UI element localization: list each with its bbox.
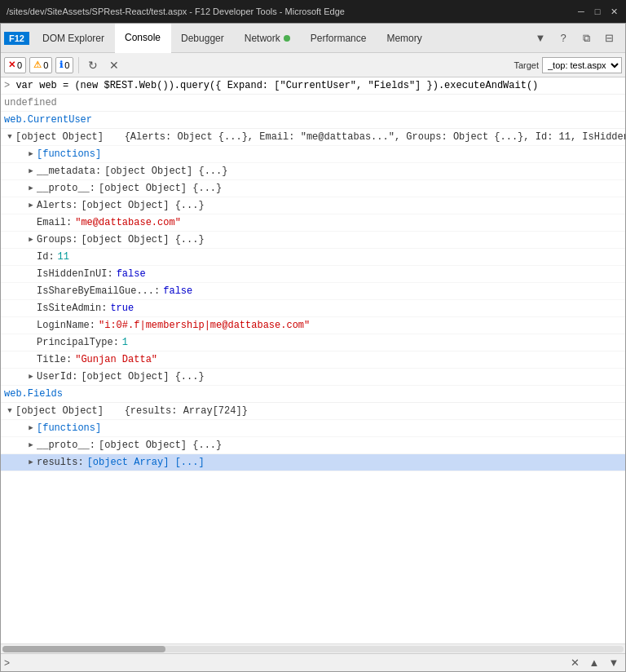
scrollbar-track[interactable] xyxy=(2,646,624,652)
id-value: 11 xyxy=(58,250,69,264)
object2-proto[interactable]: ▶ __proto__ : [object Object] {...} xyxy=(1,437,625,454)
console-bottom-icons: ✕ ▲ ▼ xyxy=(566,655,622,671)
info-filter-button[interactable]: ℹ 0 xyxy=(55,57,73,73)
object1-metadata[interactable]: ▶ __metadata : [object Object] {...} xyxy=(1,163,625,180)
object2-functions[interactable]: ▶ [functions] xyxy=(1,420,625,437)
clear-console-button[interactable]: ✕ xyxy=(105,56,123,74)
obj2-proto-value: [object Object] {...} xyxy=(99,438,222,453)
title-key: Title xyxy=(37,352,66,367)
code-input-line: > var web = (new $REST.Web()).query({ Ex… xyxy=(1,77,625,95)
undefined-output: undefined xyxy=(1,95,625,112)
isshare-key: IsShareByEmailGue... xyxy=(37,284,154,298)
object1-loginname: LoginName : "i:0#.f|membership|me@dattab… xyxy=(1,317,625,334)
maximize-button[interactable]: □ xyxy=(592,6,603,17)
close-devtools-icon[interactable]: ⊟ xyxy=(599,29,619,48)
object1-id: Id : 11 xyxy=(1,249,625,266)
tab-network[interactable]: Network xyxy=(235,24,301,53)
metadata-key: __metadata xyxy=(37,164,95,179)
devtools-window: F12 DOM Explorer Console Debugger Networ… xyxy=(0,23,626,672)
isshare-value: false xyxy=(163,284,192,298)
object1-userid[interactable]: ▶ UserId : [object Object] {...} xyxy=(1,369,625,386)
object1-key: [object Object] xyxy=(15,130,104,144)
groups-value: [object Object] {...} xyxy=(81,232,204,247)
email-key: Email xyxy=(37,215,66,230)
issiteadmin-key: IsSiteAdmin xyxy=(37,301,101,316)
object1-title: Title : "Gunjan Datta" xyxy=(1,351,625,369)
obj2-proto-key: __proto__ xyxy=(37,438,90,453)
object1-root[interactable]: ▼ [object Object] {Alerts: Object {...},… xyxy=(1,129,625,146)
ishidden-key: IsHiddenInUI xyxy=(37,267,107,281)
console-input-bar: > ✕ ▲ ▼ xyxy=(1,653,625,671)
top-nav: F12 DOM Explorer Console Debugger Networ… xyxy=(1,24,625,53)
undock-icon[interactable]: ⧉ xyxy=(576,29,596,48)
console-output: > var web = (new $REST.Web()).query({ Ex… xyxy=(1,77,625,643)
console-input[interactable] xyxy=(13,657,566,669)
groups-toggle[interactable]: ▶ xyxy=(25,232,37,247)
object1-value: {Alerts: Object {...}, Email: "me@dattab… xyxy=(125,130,625,144)
error-filter-button[interactable]: ✕ 0 xyxy=(4,57,26,73)
obj2-proto-toggle[interactable]: ▶ xyxy=(25,438,37,453)
proto1-key: __proto__ xyxy=(37,181,90,196)
object2-root[interactable]: ▼ [object Object] {results: Array[724]} xyxy=(1,403,625,420)
alerts-toggle[interactable]: ▶ xyxy=(25,198,37,213)
results-value: [object Array] [...] xyxy=(87,455,205,470)
metadata-value: [object Object] {...} xyxy=(104,164,227,179)
minimize-button[interactable]: ─ xyxy=(575,6,587,17)
tab-debugger[interactable]: Debugger xyxy=(171,24,235,53)
more-tools-icon[interactable]: ▼ xyxy=(531,29,550,48)
object1-ishidden: IsHiddenInUI : false xyxy=(1,266,625,283)
target-label: Target xyxy=(514,60,539,70)
refresh-button[interactable]: ↻ xyxy=(84,56,102,74)
window-controls[interactable]: ─ □ ✕ xyxy=(575,6,619,17)
object1-principaltype: PrincipalType : 1 xyxy=(1,334,625,351)
object2-value: {results: Array[724]} xyxy=(125,404,248,418)
principaltype-key: PrincipalType xyxy=(37,335,113,350)
obj2-functions-key[interactable]: [functions] xyxy=(37,421,101,435)
console-input-area: > xyxy=(4,657,566,669)
object1-collapse-toggle[interactable]: ▼ xyxy=(4,130,15,144)
history-up-icon[interactable]: ▲ xyxy=(586,655,602,671)
functions-key[interactable]: [functions] xyxy=(37,147,101,161)
horizontal-scrollbar[interactable] xyxy=(1,643,625,653)
object1-proto[interactable]: ▶ __proto__ : [object Object] {...} xyxy=(1,180,625,197)
help-icon[interactable]: ? xyxy=(553,29,573,48)
obj2-functions-toggle[interactable]: ▶ xyxy=(25,421,37,435)
tab-memory[interactable]: Memory xyxy=(377,24,432,53)
close-button[interactable]: ✕ xyxy=(608,6,619,17)
results-toggle[interactable]: ▶ xyxy=(25,455,37,470)
warning-filter-button[interactable]: ⚠ 0 xyxy=(29,57,52,73)
object2-results[interactable]: ▶ results : [object Array] [...] xyxy=(1,454,625,471)
alerts-value: [object Object] {...} xyxy=(81,198,204,213)
scrollbar-thumb[interactable] xyxy=(2,646,165,652)
issiteadmin-value: true xyxy=(110,301,134,316)
object1-functions[interactable]: ▶ [functions] xyxy=(1,146,625,163)
metadata-toggle[interactable]: ▶ xyxy=(25,164,37,179)
clear-input-icon[interactable]: ✕ xyxy=(566,655,583,671)
f12-badge[interactable]: F12 xyxy=(4,32,29,45)
groups-key: Groups xyxy=(37,232,72,247)
userid-toggle[interactable]: ▶ xyxy=(25,369,37,384)
console-prompt: > xyxy=(4,657,10,669)
object1-alerts[interactable]: ▶ Alerts : [object Object] {...} xyxy=(1,197,625,214)
object2-key: [object Object] xyxy=(15,404,104,418)
ishidden-value: false xyxy=(117,267,146,281)
network-activity-dot xyxy=(284,35,290,42)
info-count: 0 xyxy=(64,60,69,70)
object2-collapse-toggle[interactable]: ▼ xyxy=(4,404,15,418)
tab-console[interactable]: Console xyxy=(115,24,171,53)
proto1-value: [object Object] {...} xyxy=(99,181,222,196)
error-icon: ✕ xyxy=(8,60,15,70)
email-value: "me@dattabase.com" xyxy=(75,215,181,230)
tab-performance[interactable]: Performance xyxy=(301,24,377,53)
object1-groups[interactable]: ▶ Groups : [object Object] {...} xyxy=(1,232,625,249)
principaltype-value: 1 xyxy=(122,335,128,350)
results-key: results xyxy=(37,455,77,470)
alerts-key: Alerts xyxy=(37,198,72,213)
tab-dom-explorer[interactable]: DOM Explorer xyxy=(33,24,115,53)
title-text: /sites/dev/SiteAssets/SPRest-React/test.… xyxy=(7,7,345,16)
target-dropdown[interactable]: _top: test.aspx xyxy=(542,57,622,73)
loginname-key: LoginName xyxy=(37,318,90,333)
functions-toggle[interactable]: ▶ xyxy=(25,147,37,161)
proto1-toggle[interactable]: ▶ xyxy=(25,181,37,196)
history-down-icon[interactable]: ▼ xyxy=(606,655,622,671)
